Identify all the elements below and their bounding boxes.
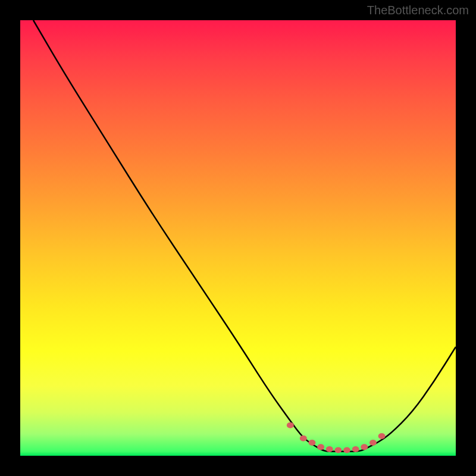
marker-dot [378, 433, 386, 439]
chart-svg [20, 20, 456, 456]
marker-dot [352, 446, 359, 452]
marker-dot [300, 436, 307, 441]
optimal-range-markers [287, 422, 386, 453]
marker-dot [308, 440, 315, 446]
chart-plot-area [20, 20, 456, 456]
marker-dot [317, 444, 324, 450]
marker-dot [343, 447, 350, 453]
watermark-text: TheBottleneck.com [367, 4, 469, 17]
marker-dot [361, 444, 368, 450]
marker-dot [334, 447, 342, 453]
marker-dot [326, 446, 333, 452]
bottleneck-curve [33, 20, 456, 452]
marker-dot [287, 422, 294, 428]
marker-dot [369, 440, 377, 446]
